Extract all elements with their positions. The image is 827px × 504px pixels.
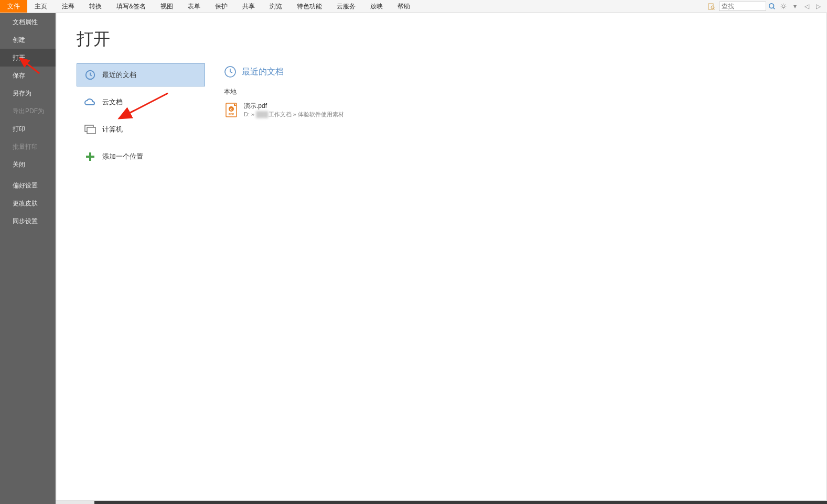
page-title: 打开 <box>77 28 806 51</box>
svg-point-3 <box>769 4 774 8</box>
chevron-down-icon[interactable]: ▾ <box>790 1 800 12</box>
recent-pane: 最近的文档 本地 G PDF 演示.pdf <box>224 63 806 172</box>
place-cloud[interactable]: 云文档 <box>77 91 205 114</box>
recent-heading: 最近的文档 <box>242 67 284 78</box>
sidebar-item-sync[interactable]: 同步设置 <box>0 212 56 230</box>
menu-tab-file[interactable]: 文件 <box>0 0 27 13</box>
plus-icon <box>83 150 97 163</box>
menu-tab-browse[interactable]: 浏览 <box>262 0 289 13</box>
menu-tab-share[interactable]: 共享 <box>235 0 262 13</box>
menubar: 文件 主页 注释 转换 填写&签名 视图 表单 保护 共享 浏览 特色功能 云服… <box>0 0 827 13</box>
place-label: 最近的文档 <box>102 70 136 80</box>
section-label-local: 本地 <box>224 87 806 96</box>
place-label: 云文档 <box>102 97 123 107</box>
nav-next-icon[interactable]: ▷ <box>813 1 823 12</box>
file-path: D: » ███工作文档 » 体验软件使用素材 <box>244 111 344 118</box>
menu-tab-cloud[interactable]: 云服务 <box>329 0 363 13</box>
file-sidebar: 文档属性 创建 打开 保存 另存为 导出PDF为 打印 批量打印 关闭 偏好设置… <box>0 13 56 504</box>
menu-tab-view[interactable]: 视图 <box>153 0 180 13</box>
place-recent[interactable]: 最近的文档 <box>77 63 205 86</box>
svg-text:G: G <box>230 108 233 111</box>
menu-tab-protect[interactable]: 保护 <box>208 0 235 13</box>
menu-tab-fill-sign[interactable]: 填写&签名 <box>109 0 153 13</box>
sidebar-item-print[interactable]: 打印 <box>0 120 56 138</box>
clock-icon <box>224 65 237 78</box>
svg-point-5 <box>782 5 785 7</box>
bottom-dark <box>94 501 827 504</box>
sidebar-item-save[interactable]: 保存 <box>0 67 56 84</box>
sidebar-item-preferences[interactable]: 偏好设置 <box>0 177 56 194</box>
sidebar-item-save-as[interactable]: 另存为 <box>0 84 56 102</box>
content-area: 打开 最近的文档 云文档 <box>56 13 827 504</box>
menu-tab-convert[interactable]: 转换 <box>82 0 109 13</box>
menu-tab-comment[interactable]: 注释 <box>55 0 82 13</box>
sidebar-item-export-pdf[interactable]: 导出PDF为 <box>0 102 56 120</box>
svg-rect-8 <box>87 127 95 134</box>
sidebar-item-close[interactable]: 关闭 <box>0 156 56 173</box>
place-label: 添加一个位置 <box>102 152 143 161</box>
recent-file-row[interactable]: G PDF 演示.pdf D: » ███工作文档 » 体验软件使用素材 <box>224 100 806 120</box>
search-icon[interactable] <box>767 1 777 12</box>
svg-text:PDF: PDF <box>229 113 234 116</box>
sidebar-item-skin[interactable]: 更改皮肤 <box>0 194 56 212</box>
svg-line-2 <box>714 8 715 9</box>
sidebar-item-open[interactable]: 打开 <box>0 49 56 67</box>
computer-icon <box>83 123 97 136</box>
svg-line-4 <box>774 8 775 9</box>
sidebar-item-batch-print[interactable]: 批量打印 <box>0 138 56 156</box>
sidebar-item-properties[interactable]: 文档属性 <box>0 13 56 31</box>
gear-icon[interactable] <box>778 1 789 12</box>
clock-icon <box>83 68 97 82</box>
place-computer[interactable]: 计算机 <box>77 118 205 141</box>
search-input[interactable] <box>719 2 766 11</box>
nav-prev-icon[interactable]: ◁ <box>801 1 812 12</box>
menu-tab-play[interactable]: 放映 <box>363 0 390 13</box>
pdf-file-icon: G PDF <box>224 102 239 118</box>
place-label: 计算机 <box>102 125 123 134</box>
find-icon[interactable] <box>706 1 717 12</box>
menu-tab-form[interactable]: 表单 <box>180 0 208 13</box>
file-name: 演示.pdf <box>244 102 344 111</box>
svg-rect-0 <box>708 4 713 9</box>
sidebar-item-create[interactable]: 创建 <box>0 31 56 49</box>
cloud-icon <box>83 95 97 109</box>
menu-tab-help[interactable]: 帮助 <box>390 0 417 13</box>
menu-tab-home[interactable]: 主页 <box>27 0 55 13</box>
menu-tab-features[interactable]: 特色功能 <box>289 0 329 13</box>
places-list: 最近的文档 云文档 计算机 <box>77 63 205 172</box>
place-add-location[interactable]: 添加一个位置 <box>77 145 205 168</box>
